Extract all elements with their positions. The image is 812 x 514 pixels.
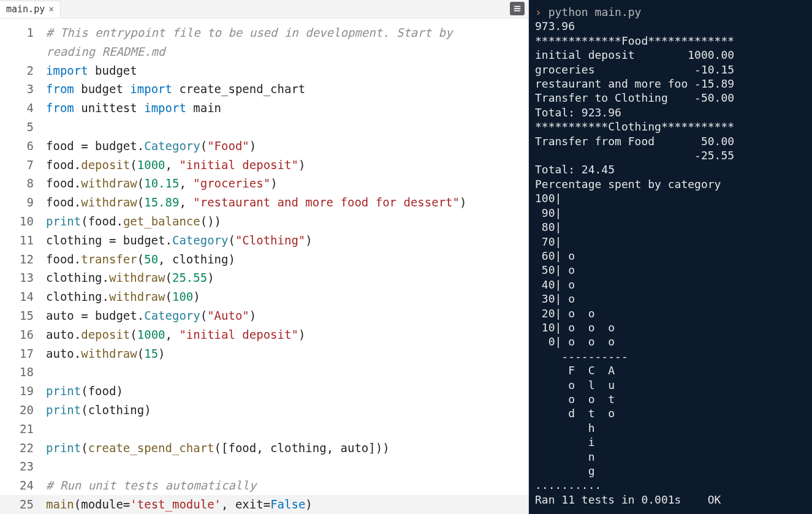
code-line[interactable]: 3from budget import create_spend_chart xyxy=(0,80,528,99)
line-number: 6 xyxy=(0,137,46,156)
code-content: clothing.withdraw(25.55) xyxy=(46,268,528,287)
code-line[interactable]: 23 xyxy=(0,457,528,476)
code-line[interactable]: 17auto.withdraw(15) xyxy=(0,344,528,363)
line-number: 16 xyxy=(0,325,46,344)
code-line[interactable]: 16auto.deposit(1000, "initial deposit") xyxy=(0,325,528,344)
tab-bar: main.py × xyxy=(0,0,528,18)
terminal-pane[interactable]: › python main.py 973.96 *************Foo… xyxy=(529,0,812,514)
svg-rect-2 xyxy=(514,10,521,12)
code-content: auto = budget.Category("Auto") xyxy=(46,306,528,325)
line-number: 20 xyxy=(0,401,46,420)
code-line[interactable]: 8food.withdraw(10.15, "groceries") xyxy=(0,174,528,193)
code-line[interactable]: 2import budget xyxy=(0,61,528,80)
code-content: food.transfer(50, clothing) xyxy=(46,250,528,269)
code-line[interactable]: 12food.transfer(50, clothing) xyxy=(0,250,528,269)
code-content: auto.deposit(1000, "initial deposit") xyxy=(46,325,528,344)
terminal-output: 973.96 *************Food************* in… xyxy=(535,19,806,507)
line-number: 23 xyxy=(0,457,46,476)
code-content: food.withdraw(15.89, "restaurant and mor… xyxy=(46,193,528,212)
code-content: food.deposit(1000, "initial deposit") xyxy=(46,156,528,175)
line-number: 18 xyxy=(0,363,46,382)
line-number: 22 xyxy=(0,439,46,458)
code-line[interactable]: 9food.withdraw(15.89, "restaurant and mo… xyxy=(0,193,528,212)
code-line[interactable]: 7food.deposit(1000, "initial deposit") xyxy=(0,156,528,175)
code-line[interactable]: 18 xyxy=(0,363,528,382)
line-number: 4 xyxy=(0,99,46,118)
line-number: 11 xyxy=(0,231,46,250)
line-number: 17 xyxy=(0,344,46,363)
code-content: print(clothing) xyxy=(46,401,528,420)
line-number: 8 xyxy=(0,174,46,193)
code-content xyxy=(46,363,528,382)
code-line[interactable]: 15auto = budget.Category("Auto") xyxy=(0,306,528,325)
code-content: print(food.get_balance()) xyxy=(46,212,528,231)
line-number: 7 xyxy=(0,156,46,175)
code-line[interactable]: 22print(create_spend_chart([food, clothi… xyxy=(0,439,528,458)
code-content: # This entrypoint file to be used in dev… xyxy=(46,23,528,42)
terminal-prompt: › python main.py xyxy=(535,5,806,19)
close-icon[interactable]: × xyxy=(48,4,54,15)
code-line[interactable]: 21 xyxy=(0,420,528,439)
code-line[interactable]: 1# This entrypoint file to be used in de… xyxy=(0,23,528,42)
line-number: 1 xyxy=(0,23,46,42)
line-number: 2 xyxy=(0,61,46,80)
line-number: 14 xyxy=(0,287,46,306)
code-line[interactable]: 25main(module='test_module', exit=False) xyxy=(0,495,528,514)
code-content: auto.withdraw(15) xyxy=(46,344,528,363)
line-number xyxy=(0,42,46,61)
code-line[interactable]: 4from unittest import main xyxy=(0,99,528,118)
code-content xyxy=(46,420,528,439)
line-number: 25 xyxy=(0,495,46,514)
line-number: 5 xyxy=(0,118,46,137)
tab-filename: main.py xyxy=(6,4,45,15)
prompt-command: python main.py xyxy=(542,6,642,18)
svg-rect-1 xyxy=(514,8,521,9)
code-line[interactable]: 13clothing.withdraw(25.55) xyxy=(0,268,528,287)
line-number: 12 xyxy=(0,250,46,269)
prompt-caret-icon: › xyxy=(535,6,542,18)
code-content: from unittest import main xyxy=(46,99,528,118)
code-line[interactable]: reading README.md xyxy=(0,42,528,61)
code-line[interactable]: 14clothing.withdraw(100) xyxy=(0,287,528,306)
code-content xyxy=(46,118,528,137)
code-content: clothing = budget.Category("Clothing") xyxy=(46,231,528,250)
code-content: from budget import create_spend_chart xyxy=(46,80,528,99)
editor-pane: main.py × 1# This entrypoint file to be … xyxy=(0,0,529,514)
code-content: food.withdraw(10.15, "groceries") xyxy=(46,174,528,193)
code-line[interactable]: 10print(food.get_balance()) xyxy=(0,212,528,231)
line-number: 13 xyxy=(0,268,46,287)
line-number: 9 xyxy=(0,193,46,212)
line-number: 21 xyxy=(0,420,46,439)
code-line[interactable]: 11clothing = budget.Category("Clothing") xyxy=(0,231,528,250)
line-number: 24 xyxy=(0,476,46,495)
svg-rect-0 xyxy=(514,6,521,7)
code-line[interactable]: 20print(clothing) xyxy=(0,401,528,420)
code-content: print(create_spend_chart([food, clothing… xyxy=(46,439,528,458)
code-content: print(food) xyxy=(46,382,528,401)
code-area[interactable]: 1# This entrypoint file to be used in de… xyxy=(0,18,528,514)
code-content: food = budget.Category("Food") xyxy=(46,137,528,156)
code-content xyxy=(46,457,528,476)
line-number: 10 xyxy=(0,212,46,231)
line-number: 15 xyxy=(0,306,46,325)
code-content: clothing.withdraw(100) xyxy=(46,287,528,306)
code-content: import budget xyxy=(46,61,528,80)
menu-icon xyxy=(513,4,522,13)
code-content: reading README.md xyxy=(46,42,528,61)
code-line[interactable]: 6food = budget.Category("Food") xyxy=(0,137,528,156)
line-number: 3 xyxy=(0,80,46,99)
code-line[interactable]: 24# Run unit tests automatically xyxy=(0,476,528,495)
line-number: 19 xyxy=(0,382,46,401)
code-content: main(module='test_module', exit=False) xyxy=(46,495,528,514)
code-line[interactable]: 19print(food) xyxy=(0,382,528,401)
code-line[interactable]: 5 xyxy=(0,118,528,137)
file-tab[interactable]: main.py × xyxy=(0,1,61,18)
tab-menu-button[interactable] xyxy=(510,2,525,15)
code-content: # Run unit tests automatically xyxy=(46,476,528,495)
